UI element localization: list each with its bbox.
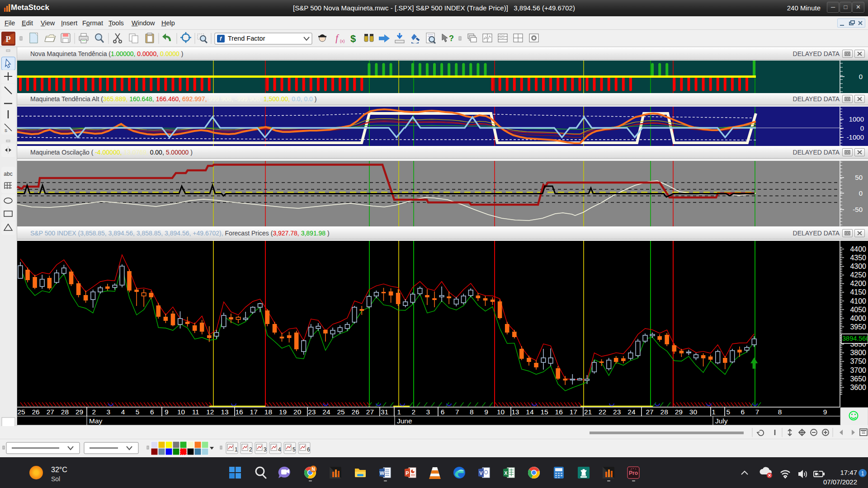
- svg-text:17:47: 17:47: [840, 469, 857, 476]
- svg-text:3600: 3600: [850, 384, 866, 391]
- svg-text:6: 6: [150, 408, 154, 416]
- svg-text:28: 28: [660, 408, 668, 416]
- svg-text:1: 1: [397, 408, 401, 416]
- svg-text:15: 15: [540, 408, 548, 416]
- svg-text:3800: 3800: [850, 349, 866, 357]
- svg-text:29: 29: [75, 408, 83, 416]
- svg-text:$: $: [350, 33, 356, 44]
- svg-text:4: 4: [121, 408, 125, 416]
- svg-text:4350: 4350: [850, 254, 866, 262]
- svg-text:V: V: [479, 470, 483, 476]
- svg-text:32°C: 32°C: [51, 466, 67, 474]
- svg-text:X: X: [504, 470, 508, 476]
- svg-text:17: 17: [250, 408, 258, 416]
- svg-text:3: 3: [106, 408, 110, 416]
- svg-text:1: 1: [712, 408, 716, 416]
- svg-text:24: 24: [322, 408, 330, 416]
- svg-text:?: ?: [449, 34, 454, 43]
- svg-text:(x): (x): [340, 39, 345, 43]
- svg-text:4: 4: [278, 446, 281, 453]
- svg-text:18: 18: [264, 408, 272, 416]
- svg-text:10: 10: [177, 408, 185, 416]
- svg-text:26: 26: [32, 408, 39, 416]
- svg-text:27: 27: [646, 408, 653, 416]
- svg-text:19: 19: [279, 408, 287, 416]
- svg-text:P: P: [5, 34, 11, 44]
- svg-text:6: 6: [741, 408, 745, 416]
- svg-text:2: 2: [92, 408, 96, 416]
- svg-text:27: 27: [366, 408, 374, 416]
- svg-text:W: W: [380, 470, 385, 476]
- svg-text:11: 11: [192, 408, 199, 416]
- svg-text:4300: 4300: [850, 263, 866, 270]
- svg-text:0: 0: [860, 124, 864, 132]
- svg-text:5: 5: [726, 408, 730, 416]
- svg-text:25: 25: [337, 408, 344, 416]
- svg-text:Sol: Sol: [51, 475, 60, 483]
- svg-text:Trend Factor: Trend Factor: [228, 35, 265, 42]
- svg-text:June: June: [397, 417, 412, 425]
- svg-text:50: 50: [855, 174, 863, 181]
- svg-text:9: 9: [484, 408, 488, 416]
- svg-text:7: 7: [755, 408, 760, 416]
- svg-text:0: 0: [859, 73, 863, 80]
- svg-text:9: 9: [165, 408, 169, 416]
- svg-text:1: 1: [861, 470, 864, 477]
- svg-text:4000: 4000: [850, 314, 866, 322]
- svg-text:16: 16: [555, 408, 563, 416]
- svg-text:20: 20: [293, 408, 302, 416]
- svg-text:4400: 4400: [850, 245, 866, 253]
- svg-text:23: 23: [613, 408, 621, 416]
- svg-text:21: 21: [584, 408, 592, 416]
- svg-text:4100: 4100: [850, 297, 866, 305]
- svg-text:-50: -50: [853, 206, 863, 213]
- svg-text:July: July: [715, 417, 728, 425]
- svg-text:Pro: Pro: [629, 470, 638, 476]
- svg-text:07/07/2022: 07/07/2022: [823, 478, 857, 486]
- svg-text:May: May: [89, 417, 103, 425]
- svg-text:13: 13: [511, 408, 519, 416]
- svg-text:7: 7: [455, 408, 459, 416]
- svg-text:5: 5: [292, 446, 296, 453]
- svg-text:27: 27: [47, 408, 54, 416]
- svg-text:3: 3: [426, 408, 430, 416]
- svg-text:3650: 3650: [850, 375, 866, 383]
- svg-text:3750: 3750: [850, 357, 866, 365]
- svg-text:16: 16: [235, 408, 243, 416]
- svg-text:2: 2: [249, 446, 252, 453]
- svg-text:N: N: [311, 467, 315, 472]
- svg-text:13: 13: [221, 408, 228, 416]
- svg-text:4250: 4250: [850, 271, 866, 279]
- svg-text:26: 26: [352, 408, 359, 416]
- svg-text:14: 14: [526, 408, 534, 416]
- svg-text:2: 2: [411, 408, 415, 416]
- svg-text:f: f: [335, 33, 339, 43]
- svg-text:10: 10: [497, 408, 505, 416]
- svg-text:28: 28: [61, 408, 69, 416]
- svg-text:-1000: -1000: [847, 133, 864, 141]
- svg-text:3: 3: [264, 446, 267, 453]
- svg-text:25: 25: [17, 408, 25, 416]
- svg-text:3700: 3700: [850, 366, 866, 374]
- svg-text:30: 30: [689, 408, 698, 416]
- svg-text:4200: 4200: [850, 280, 866, 287]
- svg-text:22: 22: [599, 408, 606, 416]
- svg-text:4150: 4150: [850, 288, 866, 296]
- svg-text:17: 17: [570, 408, 577, 416]
- svg-text:4050: 4050: [850, 306, 866, 314]
- svg-text:1: 1: [235, 446, 238, 453]
- svg-text:5: 5: [136, 408, 140, 416]
- svg-text:P: P: [406, 470, 409, 476]
- svg-text:0: 0: [859, 189, 863, 197]
- svg-text:31: 31: [381, 408, 388, 416]
- svg-text:3950: 3950: [850, 323, 866, 331]
- svg-text:8: 8: [778, 408, 782, 416]
- svg-text:3894.560: 3894.560: [842, 335, 868, 342]
- svg-text:1000: 1000: [849, 115, 864, 123]
- svg-text:6: 6: [441, 408, 445, 416]
- svg-text:23: 23: [308, 408, 316, 416]
- svg-text:9: 9: [823, 408, 827, 416]
- svg-text:12: 12: [206, 408, 214, 416]
- svg-text:29: 29: [675, 408, 683, 416]
- svg-text:24: 24: [627, 408, 636, 416]
